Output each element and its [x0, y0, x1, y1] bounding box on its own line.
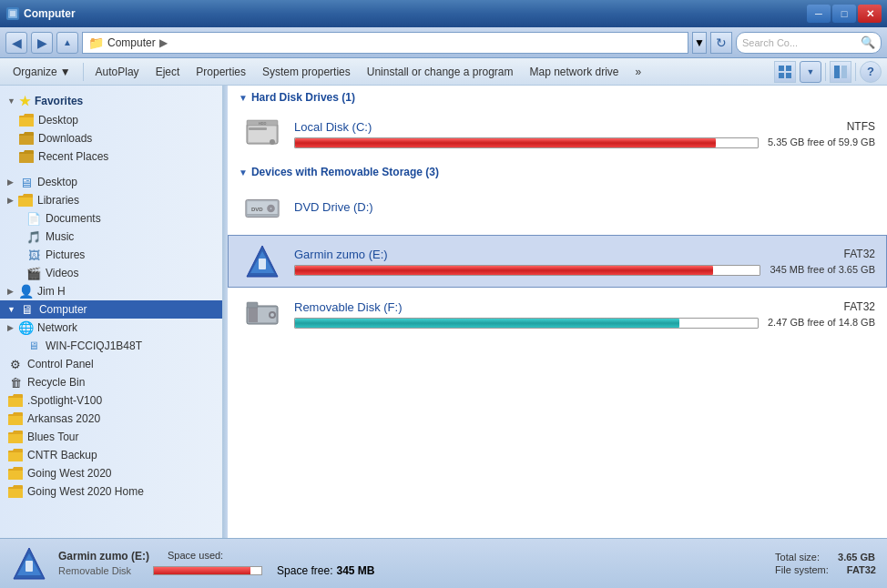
status-mini-bar-bg	[153, 566, 262, 575]
sidebar-item-going-west-home[interactable]: Going West 2020 Home	[0, 482, 222, 501]
view-dropdown-button[interactable]: ▼	[800, 61, 821, 83]
local-disk-name: Local Disk (C:)	[294, 120, 759, 134]
going-west-home-label: Going West 2020 Home	[27, 485, 144, 498]
music-icon: 🎵	[25, 229, 42, 244]
garmin-fsfree: 345 MB free of 3.65 GB	[770, 264, 875, 275]
sidebar-item-recycle-bin[interactable]: 🗑 Recycle Bin	[0, 373, 222, 391]
status-device-icon	[11, 545, 47, 582]
sidebar-item-computer[interactable]: ▼ 🖥 Computer	[0, 300, 222, 319]
removable-section-label: Devices with Removable Storage (3)	[251, 166, 439, 178]
desktop-node-label: Desktop	[37, 176, 77, 188]
main-area: ▼ ★ Favorites Desktop Downloads	[0, 86, 887, 538]
removable-fstype: FAT32	[768, 300, 875, 313]
address-dropdown[interactable]: ▼	[692, 32, 707, 54]
svg-rect-7	[834, 66, 840, 78]
status-details: Garmin zumo (E:) Space used: Removable D…	[58, 550, 746, 577]
sidebar-item-libraries[interactable]: ▶ Libraries	[0, 191, 222, 209]
arkansas-label: Arkansas 2020	[27, 412, 100, 425]
spotlight-icon	[7, 393, 24, 408]
svg-rect-20	[247, 214, 279, 216]
back-button[interactable]: ◀	[5, 32, 27, 54]
sidebar-item-network[interactable]: ▶ 🌐 Network	[0, 319, 222, 337]
window-title: Computer	[24, 7, 807, 20]
maximize-button[interactable]: □	[832, 5, 856, 23]
cntr-label: CNTR Backup	[27, 449, 97, 461]
view-toggle-button[interactable]	[774, 61, 796, 83]
svg-rect-12	[249, 127, 267, 130]
disk-item-f[interactable]: Removable Disk (F:) FAT32 2.47 GB free o…	[228, 288, 887, 340]
local-disk-info: Local Disk (C:)	[285, 120, 768, 148]
search-icon: 🔍	[861, 35, 875, 49]
sidebar-item-jimh[interactable]: ▶ 👤 Jim H	[0, 282, 222, 300]
jimh-expand: ▶	[7, 287, 14, 296]
removable-name: Removable Disk (F:)	[294, 300, 759, 314]
sidebar-item-desktop-node[interactable]: ▶ 🖥 Desktop	[0, 173, 222, 191]
sidebar-item-music[interactable]: 🎵 Music	[0, 228, 222, 246]
sidebar-item-pictures[interactable]: 🖼 Pictures	[0, 246, 222, 264]
disk-item-e[interactable]: Garmin zumo (E:) FAT32 345 MB free of 3.…	[228, 235, 887, 288]
sidebar-item-spotlight[interactable]: .Spotlight-V100	[0, 391, 222, 410]
help-button[interactable]: ?	[860, 61, 882, 83]
properties-button[interactable]: Properties	[189, 61, 253, 83]
title-bar: Computer ─ □ ✕	[0, 0, 887, 27]
sidebar-item-recent[interactable]: Recent Places	[0, 147, 222, 166]
hdd-section-header: ▼ Hard Disk Drives (1)	[228, 86, 887, 107]
garmin-name: Garmin zumo (E:)	[294, 248, 760, 261]
sidebar-item-desktop[interactable]: Desktop	[0, 111, 222, 129]
toolbar-divider-3	[855, 63, 856, 81]
sidebar-item-documents[interactable]: 📄 Documents	[0, 209, 222, 228]
map-drive-button[interactable]: Map network drive	[522, 61, 626, 83]
svg-rect-5	[779, 73, 784, 78]
toolbar-divider-2	[825, 63, 826, 81]
sidebar-item-cntr[interactable]: CNTR Backup	[0, 446, 222, 464]
svg-rect-4	[786, 66, 791, 71]
recent-places-icon	[18, 149, 35, 164]
svg-rect-32	[25, 561, 33, 572]
svg-rect-19	[270, 208, 272, 209]
more-button[interactable]: »	[628, 61, 649, 83]
going-west-label: Going West 2020	[27, 467, 112, 480]
desktop-node-icon: 🖥	[17, 175, 34, 189]
autoplay-button[interactable]: AutoPlay	[88, 61, 147, 83]
sidebar-item-videos[interactable]: 🎬 Videos	[0, 264, 222, 282]
up-button[interactable]: ▲	[56, 32, 78, 54]
sidebar-item-downloads[interactable]: Downloads	[0, 129, 222, 147]
disk-item-d[interactable]: DVD DVD Drive (D:)	[228, 182, 887, 235]
computer-expand: ▼	[7, 305, 15, 314]
refresh-button[interactable]: ↻	[710, 32, 732, 54]
organize-button[interactable]: Organize ▼	[5, 61, 78, 83]
status-device-name: Garmin zumo (E:)	[58, 550, 149, 563]
favorites-header[interactable]: ▼ ★ Favorites	[0, 91, 222, 111]
svg-point-28	[270, 313, 274, 317]
address-box[interactable]: 📁 Computer ▶	[82, 32, 688, 54]
sidebar-item-blues[interactable]: Blues Tour	[0, 428, 222, 446]
eject-button[interactable]: Eject	[148, 61, 188, 83]
search-box[interactable]: Search Co... 🔍	[736, 32, 882, 54]
disk-item-c[interactable]: HDD Local Disk (C:) NTFS 5.35 GB free of…	[228, 107, 887, 160]
sidebar-item-going-west[interactable]: Going West 2020	[0, 464, 222, 482]
dvd-drive-icon: DVD	[240, 188, 285, 228]
system-properties-button[interactable]: System properties	[255, 61, 358, 83]
uninstall-button[interactable]: Uninstall or change a program	[360, 61, 521, 83]
pictures-icon: 🖼	[25, 248, 42, 262]
sidebar-item-arkansas[interactable]: Arkansas 2020	[0, 410, 222, 428]
removable-section-header: ▼ Devices with Removable Storage (3)	[228, 160, 887, 182]
dvd-name: DVD Drive (D:)	[294, 200, 793, 214]
status-total-label: Total size:	[775, 552, 820, 563]
status-bar-row: Removable Disk Space free: 345 MB	[58, 564, 746, 577]
dvd-fs	[802, 207, 875, 210]
address-bar: ◀ ▶ ▲ 📁 Computer ▶ ▼ ↻ Search Co... 🔍	[0, 27, 887, 58]
removable-arrow-icon: ▼	[239, 167, 248, 177]
removable-bar-bg	[294, 318, 759, 329]
preview-pane-button[interactable]	[830, 61, 851, 83]
sidebar-item-control-panel[interactable]: ⚙ Control Panel	[0, 355, 222, 373]
minimize-button[interactable]: ─	[807, 5, 831, 23]
sidebar-item-win[interactable]: 🖥 WIN-FCCIQJ1B48T	[0, 337, 222, 355]
window-controls: ─ □ ✕	[807, 5, 882, 23]
svg-rect-29	[247, 302, 258, 308]
forward-button[interactable]: ▶	[31, 32, 53, 54]
address-breadcrumb: Computer	[107, 36, 156, 49]
local-disk-bar-bg	[294, 137, 759, 148]
libraries-label: Libraries	[37, 194, 79, 207]
close-button[interactable]: ✕	[858, 5, 882, 23]
